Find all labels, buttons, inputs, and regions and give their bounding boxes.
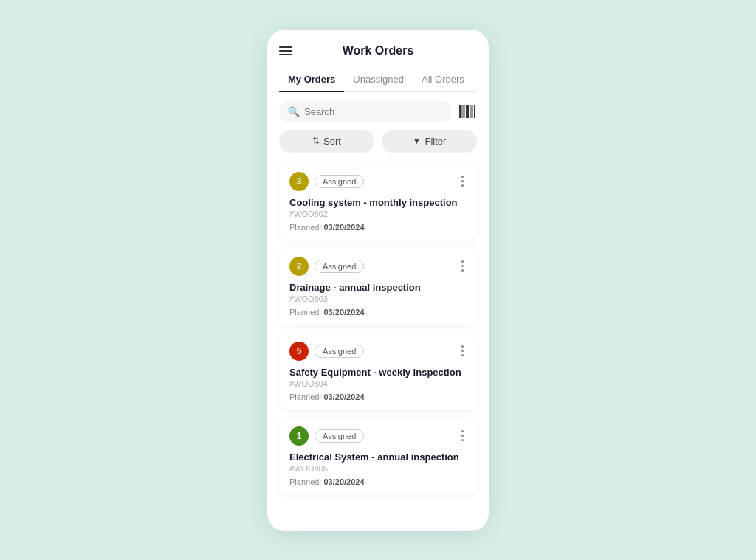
card-top-4: 1 Assigned bbox=[289, 426, 467, 446]
priority-badge-3: 5 bbox=[289, 342, 309, 361]
menu-icon[interactable] bbox=[279, 46, 292, 55]
search-row: 🔍 bbox=[279, 101, 477, 122]
work-order-card-3[interactable]: 5 Assigned Safety Equipment - weekly ins… bbox=[279, 333, 477, 410]
page-title: Work Orders bbox=[343, 44, 414, 58]
status-badge-3: Assigned bbox=[315, 345, 364, 358]
status-badge-2: Assigned bbox=[315, 260, 364, 273]
svg-rect-3 bbox=[466, 105, 467, 118]
tab-my-orders[interactable]: My Orders bbox=[279, 68, 344, 92]
card-left-2: 2 Assigned bbox=[289, 257, 364, 276]
card-top-1: 3 Assigned bbox=[289, 172, 467, 191]
priority-badge-2: 2 bbox=[289, 257, 309, 276]
priority-badge-1: 3 bbox=[289, 172, 309, 191]
more-menu-2[interactable] bbox=[458, 259, 467, 274]
card-id-1: #WOO802 bbox=[289, 210, 467, 218]
card-date-1: Planned: 03/20/2024 bbox=[289, 223, 467, 232]
barcode-button[interactable] bbox=[458, 103, 477, 120]
tabs-bar: My Orders Unassigned All Orders bbox=[279, 68, 477, 92]
card-title-3: Safety Equipment - weekly inspection bbox=[289, 367, 467, 378]
more-menu-1[interactable] bbox=[458, 174, 467, 189]
action-row: ⇅ Sort ▼ Filter bbox=[279, 130, 477, 153]
card-title-4: Electrical System - annual inspection bbox=[289, 452, 467, 463]
filter-button[interactable]: ▼ Filter bbox=[382, 130, 477, 153]
svg-rect-6 bbox=[472, 105, 473, 118]
tab-all-orders[interactable]: All Orders bbox=[413, 68, 473, 92]
svg-rect-7 bbox=[474, 105, 475, 118]
svg-rect-2 bbox=[464, 105, 465, 118]
work-orders-list: 3 Assigned Cooling system - monthly insp… bbox=[279, 163, 477, 495]
search-icon: 🔍 bbox=[288, 106, 300, 117]
more-menu-3[interactable] bbox=[458, 344, 467, 359]
search-input[interactable] bbox=[304, 106, 443, 117]
card-left-3: 5 Assigned bbox=[289, 342, 364, 361]
card-top-2: 2 Assigned bbox=[289, 257, 467, 276]
card-left-1: 3 Assigned bbox=[289, 172, 364, 191]
card-date-4: Planned: 03/20/2024 bbox=[289, 477, 467, 486]
search-box[interactable]: 🔍 bbox=[279, 101, 452, 122]
work-order-card-4[interactable]: 1 Assigned Electrical System - annual in… bbox=[279, 418, 477, 495]
card-left-4: 1 Assigned bbox=[289, 426, 364, 446]
card-date-2: Planned: 03/20/2024 bbox=[289, 308, 467, 317]
work-order-card-2[interactable]: 2 Assigned Drainage - annual inspection … bbox=[279, 248, 477, 325]
card-top-3: 5 Assigned bbox=[289, 342, 467, 361]
phone-container: Work Orders My Orders Unassigned All Ord… bbox=[267, 30, 489, 531]
priority-badge-4: 1 bbox=[289, 426, 309, 446]
card-title-1: Cooling system - monthly inspection bbox=[289, 197, 467, 208]
card-title-2: Drainage - annual inspection bbox=[289, 282, 467, 293]
card-id-4: #WOO805 bbox=[289, 464, 467, 473]
status-badge-1: Assigned bbox=[315, 175, 364, 188]
status-badge-4: Assigned bbox=[315, 429, 364, 443]
svg-rect-1 bbox=[462, 105, 463, 118]
card-id-3: #WOO804 bbox=[289, 379, 467, 388]
tab-unassigned[interactable]: Unassigned bbox=[344, 68, 413, 92]
svg-rect-5 bbox=[470, 105, 471, 118]
more-menu-4[interactable] bbox=[458, 429, 467, 443]
card-date-3: Planned: 03/20/2024 bbox=[289, 393, 467, 401]
sort-icon: ⇅ bbox=[312, 136, 320, 146]
filter-icon: ▼ bbox=[413, 136, 422, 146]
header: Work Orders bbox=[279, 44, 477, 58]
svg-rect-0 bbox=[459, 105, 461, 118]
svg-rect-4 bbox=[467, 105, 469, 118]
card-id-2: #WOO803 bbox=[289, 294, 467, 303]
sort-button[interactable]: ⇅ Sort bbox=[279, 130, 374, 153]
work-order-card-1[interactable]: 3 Assigned Cooling system - monthly insp… bbox=[279, 163, 477, 241]
